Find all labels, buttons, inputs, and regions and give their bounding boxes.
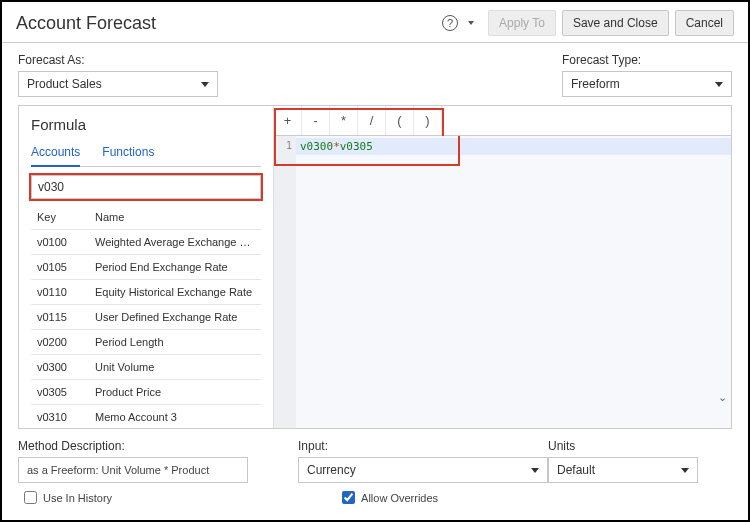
method-desc-label: Method Description: bbox=[18, 439, 248, 453]
forecast-as-group: Forecast As: Product Sales bbox=[18, 53, 218, 97]
cell-key: v0305 bbox=[31, 380, 91, 404]
save-close-button[interactable]: Save and Close bbox=[562, 10, 669, 36]
forecast-as-label: Forecast As: bbox=[18, 53, 218, 67]
table-row[interactable]: v0310Memo Account 3 bbox=[31, 405, 261, 428]
formula-tabs: Accounts Functions bbox=[31, 139, 261, 167]
line-gutter: 1 bbox=[274, 136, 296, 428]
input-group: Input: Currency bbox=[298, 439, 498, 483]
input-select[interactable]: Currency bbox=[298, 457, 548, 483]
header-actions: ? Apply To Save and Close Cancel bbox=[442, 10, 734, 36]
account-rows: v0100Weighted Average Exchange Ratev0105… bbox=[31, 230, 261, 428]
account-search-input[interactable] bbox=[31, 175, 261, 199]
use-in-history-row[interactable]: Use In History bbox=[24, 491, 112, 504]
use-in-history-checkbox[interactable] bbox=[24, 491, 37, 504]
cell-name: Period Length bbox=[91, 330, 261, 354]
formula-sidebar: Formula Accounts Functions Key Name v010… bbox=[19, 106, 274, 428]
tab-accounts[interactable]: Accounts bbox=[31, 139, 80, 167]
header: Account Forecast ? Apply To Save and Clo… bbox=[2, 2, 748, 43]
operator-bar: + - * / ( ) bbox=[274, 106, 731, 136]
op-plus[interactable]: + bbox=[274, 106, 302, 135]
cell-name: Equity Historical Exchange Rate bbox=[91, 280, 261, 304]
code-line-1[interactable]: v0300*v0305 bbox=[296, 138, 731, 155]
cell-name: User Defined Exchange Rate bbox=[91, 305, 261, 329]
table-row[interactable]: v0300Unit Volume bbox=[31, 355, 261, 380]
op-lparen[interactable]: ( bbox=[386, 106, 414, 135]
method-desc-group: Method Description: as a Freeform: Unit … bbox=[18, 439, 248, 483]
cell-name: Unit Volume bbox=[91, 355, 261, 379]
account-grid-header: Key Name bbox=[31, 205, 261, 230]
table-row[interactable]: v0200Period Length bbox=[31, 330, 261, 355]
table-row[interactable]: v0105Period End Exchange Rate bbox=[31, 255, 261, 280]
apply-to-button: Apply To bbox=[488, 10, 556, 36]
forecast-type-select[interactable]: Freeform bbox=[562, 71, 732, 97]
formula-editor: + - * / ( ) 1 v0300*v0305 ⌄ bbox=[274, 106, 731, 428]
code-lines: v0300*v0305 bbox=[296, 136, 731, 428]
cell-key: v0100 bbox=[31, 230, 91, 254]
allow-overrides-row[interactable]: Allow Overrides bbox=[342, 491, 438, 504]
page-title: Account Forecast bbox=[16, 13, 156, 34]
table-row[interactable]: v0100Weighted Average Exchange Rate bbox=[31, 230, 261, 255]
forecast-type-group: Forecast Type: Freeform bbox=[562, 53, 732, 97]
help-dropdown-icon[interactable] bbox=[468, 21, 474, 25]
units-select[interactable]: Default bbox=[548, 457, 698, 483]
cell-name: Product Price bbox=[91, 380, 261, 404]
forecast-type-value: Freeform bbox=[571, 77, 620, 91]
input-value: Currency bbox=[307, 463, 356, 477]
units-value: Default bbox=[557, 463, 595, 477]
help-icon[interactable]: ? bbox=[442, 15, 458, 31]
expand-icon[interactable]: ⌄ bbox=[718, 391, 727, 404]
method-desc-field[interactable]: as a Freeform: Unit Volume * Product bbox=[18, 457, 248, 483]
cell-key: v0200 bbox=[31, 330, 91, 354]
op-mult[interactable]: * bbox=[330, 106, 358, 135]
cell-key: v0300 bbox=[31, 355, 91, 379]
allow-overrides-label: Allow Overrides bbox=[361, 492, 438, 504]
forecast-as-select[interactable]: Product Sales bbox=[18, 71, 218, 97]
table-row[interactable]: v0110Equity Historical Exchange Rate bbox=[31, 280, 261, 305]
bottom-form: Method Description: as a Freeform: Unit … bbox=[2, 429, 748, 483]
units-label: Units bbox=[548, 439, 728, 453]
cell-name: Memo Account 3 bbox=[91, 405, 261, 428]
main-panel: Formula Accounts Functions Key Name v010… bbox=[18, 105, 732, 429]
input-label: Input: bbox=[298, 439, 498, 453]
allow-overrides-checkbox[interactable] bbox=[342, 491, 355, 504]
forecast-as-value: Product Sales bbox=[27, 77, 102, 91]
forecast-type-label: Forecast Type: bbox=[562, 53, 732, 67]
col-key-header: Key bbox=[31, 205, 91, 229]
cell-key: v0310 bbox=[31, 405, 91, 428]
table-row[interactable]: v0305Product Price bbox=[31, 380, 261, 405]
cancel-button[interactable]: Cancel bbox=[675, 10, 734, 36]
op-rparen[interactable]: ) bbox=[414, 106, 442, 135]
units-group: Units Default bbox=[548, 439, 728, 483]
line-number: 1 bbox=[274, 140, 292, 151]
top-form: Forecast As: Product Sales Forecast Type… bbox=[2, 43, 748, 103]
method-desc-value: as a Freeform: Unit Volume * Product bbox=[27, 464, 209, 476]
col-name-header: Name bbox=[91, 205, 261, 229]
cell-key: v0115 bbox=[31, 305, 91, 329]
op-div[interactable]: / bbox=[358, 106, 386, 135]
formula-title: Formula bbox=[31, 116, 261, 133]
use-in-history-label: Use In History bbox=[43, 492, 112, 504]
table-row[interactable]: v0115User Defined Exchange Rate bbox=[31, 305, 261, 330]
op-minus[interactable]: - bbox=[302, 106, 330, 135]
cell-key: v0105 bbox=[31, 255, 91, 279]
tab-functions[interactable]: Functions bbox=[102, 139, 154, 166]
code-area[interactable]: 1 v0300*v0305 ⌄ bbox=[274, 136, 731, 428]
dialog: Account Forecast ? Apply To Save and Clo… bbox=[0, 0, 750, 522]
bottom-checks: Use In History Allow Overrides bbox=[2, 483, 748, 504]
cell-name: Weighted Average Exchange Rate bbox=[91, 230, 261, 254]
cell-name: Period End Exchange Rate bbox=[91, 255, 261, 279]
cell-key: v0110 bbox=[31, 280, 91, 304]
